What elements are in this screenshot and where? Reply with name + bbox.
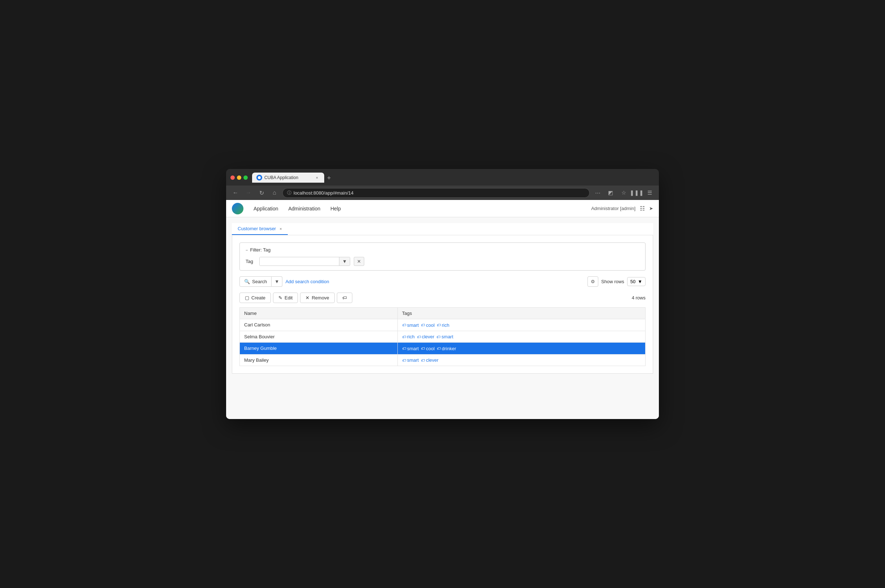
maximize-window-button[interactable] [244,176,248,180]
tag-icon-btn: 🏷 [342,295,347,300]
table-cell-name: Carl Carlson [240,319,398,331]
search-left: 🔍 Search ▼ Add search condition [239,276,329,287]
forward-button[interactable]: → [244,188,253,198]
table-row[interactable]: Mary Bailey🏷smart🏷clever [240,354,646,366]
tag-icon: 🏷 [417,335,421,339]
search-label: Search [252,279,267,284]
filter-header: − Filter: Tag [245,247,640,253]
menu-button[interactable]: ☰ [644,188,655,198]
address-bar-row: ← → ↻ ⌂ ⓘ localhost:8080/app/#main/14 ⋯ … [226,186,659,200]
app-nav: Application Administration Help Administ… [226,200,659,217]
shield-icon[interactable]: ◩ [605,188,616,198]
edit-button[interactable]: ✎ Edit [273,292,298,303]
create-label: Create [251,295,265,300]
table-row[interactable]: Carl Carlson🏷smart🏷cool🏷rich [240,319,646,331]
browser-tab-active[interactable]: CUBA Application × [252,172,324,183]
tag-icon: 🏷 [437,323,441,327]
tag-link[interactable]: 🏷clever [417,334,435,339]
tag-link[interactable]: 🏷clever [421,357,438,363]
search-icon: 🔍 [244,279,250,284]
remove-label: Remove [312,295,329,300]
table-header: Name Tags [240,308,646,319]
table-body: Carl Carlson🏷smart🏷cool🏷richSelma Bouvie… [240,319,646,366]
action-buttons: ▢ Create ✎ Edit ✕ Remove 🏷 [239,292,352,303]
reload-button[interactable]: ↻ [256,188,266,198]
search-right: ⚙ Show rows 50 ▼ [587,276,646,287]
tag-link[interactable]: 🏷rich [437,322,449,328]
app-content: Application Administration Help Administ… [226,200,659,419]
tag-dropdown-button[interactable]: ▼ [339,257,350,266]
user-label: Administrator [admin] [591,206,635,211]
nav-item-application[interactable]: Application [249,204,283,214]
grid-icon[interactable]: ☷ [640,205,645,212]
tag-link[interactable]: 🏷smart [436,334,453,339]
secure-icon: ⓘ [287,190,291,196]
table-settings-button[interactable]: ⚙ [587,276,598,287]
search-dropdown-button[interactable]: ▼ [272,276,282,287]
tag-link[interactable]: 🏷smart [402,322,419,328]
table-cell-tags: 🏷smart🏷clever [397,354,645,366]
browser-window: CUBA Application × + ← → ↻ ⌂ ⓘ localhost… [226,169,659,419]
filter-input-wrapper: ▼ [259,257,350,266]
search-button[interactable]: 🔍 Search [239,276,272,287]
customer-browser-tab[interactable]: Customer browser × [232,223,288,235]
app-logo [232,203,244,214]
show-rows-chevron-icon: ▼ [638,279,642,284]
tag-link[interactable]: 🏷smart [402,346,419,351]
column-header-name: Name [240,308,398,319]
add-search-condition-link[interactable]: Add search condition [285,279,329,284]
table-cell-tags: 🏷rich🏷clever🏷smart [397,331,645,343]
nav-menu: Application Administration Help [249,204,591,214]
logout-icon[interactable]: ➤ [649,206,653,211]
tag-link[interactable]: 🏷drinker [437,346,456,351]
address-bar[interactable]: ⓘ localhost:8080/app/#main/14 [282,188,590,198]
filter-clear-button[interactable]: ✕ [354,257,364,266]
page-content: Customer browser × − Filter: Tag Tag [226,217,659,419]
close-window-button[interactable] [230,176,235,180]
create-button[interactable]: ▢ Create [239,292,271,303]
tag-link[interactable]: 🏷cool [421,322,435,328]
minimize-window-button[interactable] [237,176,241,180]
bookmark-button[interactable]: ☆ [619,188,629,198]
tag-icon: 🏷 [436,335,440,339]
table-row[interactable]: Selma Bouvier🏷rich🏷clever🏷smart [240,331,646,343]
table-row[interactable]: Barney Gumble🏷smart🏷cool🏷drinker [240,343,646,354]
tag-icon: 🏷 [421,323,425,327]
edit-icon: ✎ [278,295,282,300]
data-table: Name Tags Carl Carlson🏷smart🏷cool🏷richSe… [239,308,646,366]
nav-item-help[interactable]: Help [326,204,345,214]
back-button[interactable]: ← [230,188,241,198]
tabs-row: CUBA Application × + [252,172,655,183]
tab-close-button[interactable]: × [314,175,320,180]
filter-section: − Filter: Tag Tag ▼ ✕ [239,243,646,271]
tag-link[interactable]: 🏷smart [402,357,419,363]
column-header-tags: Tags [397,308,645,319]
page-tab-close-button[interactable]: × [280,226,281,231]
title-bar: CUBA Application × + [226,169,659,186]
traffic-lights [230,176,248,180]
home-button[interactable]: ⌂ [269,188,280,198]
browser-toolbar-right: ⋯ ◩ ☆ ❚❚❚ ☰ [593,188,655,198]
remove-button[interactable]: ✕ Remove [300,292,334,303]
tag-link[interactable]: 🏷cool [421,346,435,351]
nav-item-administration[interactable]: Administration [284,204,325,214]
collapse-icon[interactable]: − [245,248,248,252]
tag-icon: 🏷 [402,358,406,363]
tag-label: Tag [245,259,256,264]
tag-link[interactable]: 🏷rich [402,334,415,339]
page-tab-label: Customer browser [238,226,276,231]
tag-icon: 🏷 [402,335,406,339]
more-tools-button[interactable]: ⋯ [593,188,603,198]
tag-icon: 🏷 [437,346,441,351]
new-tab-button[interactable]: + [324,173,334,183]
tag-button[interactable]: 🏷 [337,292,352,303]
tag-input[interactable] [260,257,339,266]
search-button-group: 🔍 Search ▼ [239,276,282,287]
library-button[interactable]: ❚❚❚ [632,188,641,198]
show-rows-select[interactable]: 50 ▼ [627,277,646,286]
table-header-row: Name Tags [240,308,646,319]
nav-right: Administrator [admin] ☷ ➤ [591,205,653,212]
edit-label: Edit [284,295,292,300]
action-bar: ▢ Create ✎ Edit ✕ Remove 🏷 [239,292,646,303]
filter-row: Tag ▼ ✕ [245,257,640,266]
